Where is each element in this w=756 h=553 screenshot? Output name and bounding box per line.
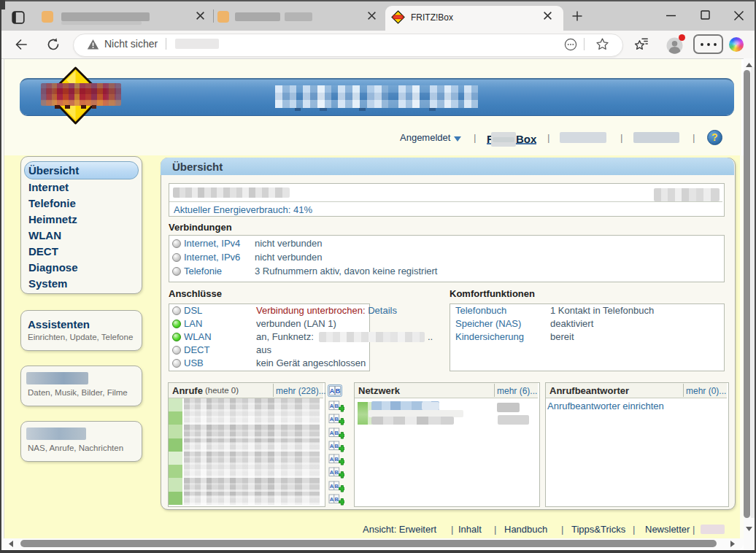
svg-text:B: B (334, 416, 339, 422)
svg-text:B: B (334, 456, 339, 463)
svg-text:A: A (330, 483, 334, 490)
svg-text:B: B (334, 403, 339, 409)
svg-text:A: A (330, 403, 334, 409)
svg-text:A: A (330, 430, 334, 436)
svg-text:A: A (330, 469, 334, 476)
svg-text:B: B (334, 443, 339, 449)
svg-text:B: B (334, 496, 339, 503)
svg-text:B: B (336, 387, 341, 395)
svg-text:B: B (334, 483, 339, 490)
svg-text:B: B (334, 469, 339, 476)
svg-text:A: A (330, 443, 334, 449)
svg-text:A: A (330, 387, 335, 395)
svg-text:A: A (330, 456, 334, 463)
svg-text:A: A (330, 416, 334, 422)
svg-text:A: A (330, 496, 334, 503)
svg-text:B: B (334, 430, 339, 436)
